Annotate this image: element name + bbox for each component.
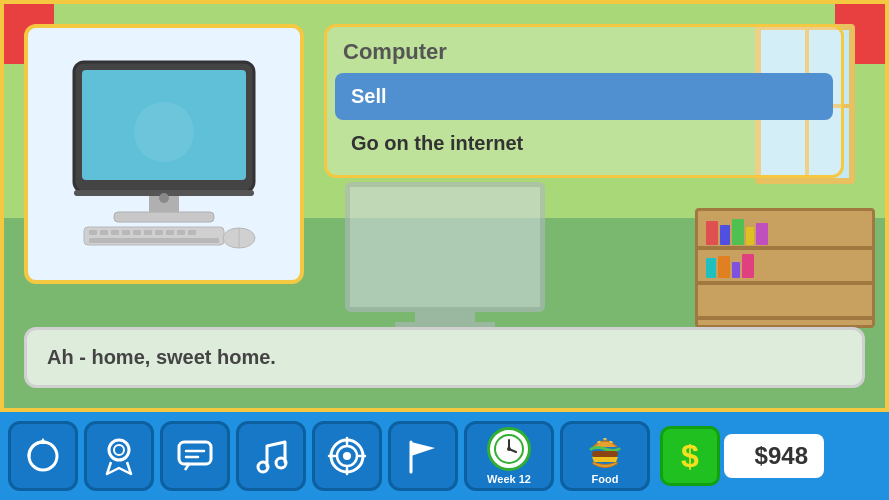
dialog-box: Ah - home, sweet home. bbox=[24, 327, 865, 388]
svg-rect-16 bbox=[177, 230, 185, 235]
action-panel: Computer Sell Go on the internet bbox=[324, 24, 844, 178]
svg-point-41 bbox=[507, 447, 511, 451]
computer-icon bbox=[54, 57, 274, 252]
game-area: Computer Sell Go on the internet Ah - ho… bbox=[0, 0, 889, 412]
week-button[interactable]: Week 12 bbox=[464, 421, 554, 491]
money-area: $ $948 bbox=[660, 426, 881, 486]
action-title: Computer bbox=[335, 35, 833, 73]
week-label: Week 12 bbox=[487, 473, 531, 485]
svg-point-23 bbox=[109, 440, 129, 460]
chat-button[interactable] bbox=[160, 421, 230, 491]
food-label: Food bbox=[592, 473, 619, 485]
svg-rect-15 bbox=[166, 230, 174, 235]
food-icon bbox=[583, 427, 627, 471]
dialog-text: Ah - home, sweet home. bbox=[47, 346, 276, 368]
toolbar: Week 12 Food $ $94 bbox=[0, 412, 889, 500]
target-icon bbox=[325, 434, 369, 478]
svg-rect-10 bbox=[111, 230, 119, 235]
refresh-icon bbox=[21, 434, 65, 478]
svg-point-28 bbox=[258, 462, 268, 472]
bookshelf bbox=[695, 208, 875, 328]
food-button[interactable]: Food bbox=[560, 421, 650, 491]
flag-icon bbox=[401, 434, 445, 478]
money-value: $948 bbox=[724, 434, 824, 478]
badge-button[interactable] bbox=[84, 421, 154, 491]
svg-rect-9 bbox=[100, 230, 108, 235]
tv-stand bbox=[345, 182, 545, 328]
svg-point-5 bbox=[159, 193, 169, 203]
svg-point-29 bbox=[276, 458, 286, 468]
svg-rect-25 bbox=[179, 442, 211, 464]
music-icon bbox=[249, 434, 293, 478]
week-clock bbox=[487, 427, 531, 471]
action-internet[interactable]: Go on the internet bbox=[335, 120, 833, 167]
chat-icon bbox=[173, 434, 217, 478]
svg-point-32 bbox=[343, 452, 351, 460]
badge-icon bbox=[97, 434, 141, 478]
flag-button[interactable] bbox=[388, 421, 458, 491]
refresh-button[interactable] bbox=[8, 421, 78, 491]
svg-rect-13 bbox=[144, 230, 152, 235]
target-button[interactable] bbox=[312, 421, 382, 491]
svg-rect-3 bbox=[114, 212, 214, 222]
svg-rect-14 bbox=[155, 230, 163, 235]
svg-point-43 bbox=[603, 438, 607, 440]
money-icon: $ bbox=[660, 426, 720, 486]
svg-point-6 bbox=[134, 102, 194, 162]
item-box bbox=[24, 24, 304, 284]
svg-rect-8 bbox=[89, 230, 97, 235]
svg-rect-17 bbox=[188, 230, 196, 235]
svg-point-24 bbox=[114, 445, 124, 455]
svg-rect-12 bbox=[133, 230, 141, 235]
svg-rect-11 bbox=[122, 230, 130, 235]
action-sell[interactable]: Sell bbox=[335, 73, 833, 120]
svg-rect-45 bbox=[592, 451, 618, 457]
music-button[interactable] bbox=[236, 421, 306, 491]
svg-rect-18 bbox=[89, 238, 219, 243]
